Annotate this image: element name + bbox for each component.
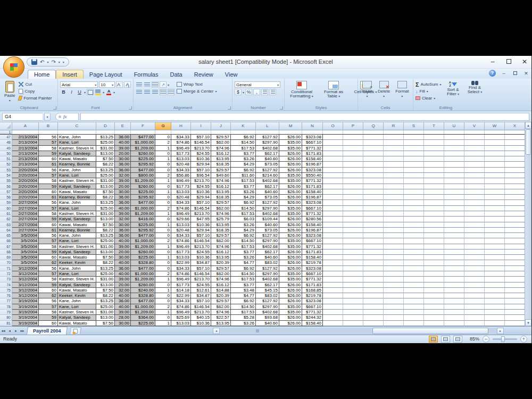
cell[interactable]: [404, 266, 424, 271]
cell[interactable]: $31.00: [96, 211, 115, 217]
cell[interactable]: [424, 222, 444, 228]
cell[interactable]: 2/27/2004: [12, 222, 39, 228]
column-header-O[interactable]: O: [323, 122, 343, 130]
cell[interactable]: [343, 184, 363, 189]
cell[interactable]: [256, 130, 279, 134]
cell[interactable]: [464, 168, 485, 173]
cell[interactable]: $20.48: [171, 195, 191, 200]
cell[interactable]: 59: [39, 151, 58, 156]
row-header-67[interactable]: 67: [0, 244, 12, 250]
cell[interactable]: $3.26: [231, 255, 256, 260]
cell[interactable]: $26.00: [279, 156, 302, 162]
cell[interactable]: [424, 162, 444, 167]
cell[interactable]: $6.92: [231, 233, 256, 238]
cell[interactable]: [323, 195, 343, 200]
cell[interactable]: $146.54: [191, 140, 211, 145]
cell[interactable]: [424, 304, 444, 310]
column-header-N[interactable]: N: [302, 122, 323, 130]
cell[interactable]: $1,209.00: [131, 310, 155, 315]
cell[interactable]: 20.00: [115, 250, 131, 255]
cell[interactable]: Kane, John: [58, 168, 96, 173]
cell[interactable]: $16.12: [211, 151, 231, 156]
cell[interactable]: $26.00: [279, 250, 302, 255]
cell[interactable]: $213.70: [191, 310, 211, 315]
cell[interactable]: [485, 206, 505, 211]
cell[interactable]: [343, 146, 363, 151]
cell[interactable]: [505, 266, 525, 271]
cell[interactable]: [363, 298, 384, 304]
minimize-button[interactable]: –: [489, 57, 496, 66]
cell[interactable]: $260.00: [131, 151, 155, 156]
cell[interactable]: [343, 250, 363, 255]
cell[interactable]: [384, 293, 404, 298]
cell[interactable]: [464, 135, 485, 140]
cell[interactable]: 58: [39, 310, 58, 315]
cell[interactable]: [323, 298, 343, 304]
cell[interactable]: [424, 250, 444, 255]
cell[interactable]: $34.33: [171, 266, 191, 271]
cell[interactable]: [363, 162, 384, 167]
cell[interactable]: 36.00: [115, 168, 131, 173]
cell[interactable]: $13.25: [96, 298, 115, 304]
cell[interactable]: [485, 250, 505, 255]
cell[interactable]: $13.25: [96, 135, 115, 140]
alignment-dialog-launcher[interactable]: [228, 106, 231, 110]
cell[interactable]: [384, 140, 404, 145]
cell[interactable]: [323, 277, 343, 282]
cell[interactable]: [404, 173, 424, 178]
cell[interactable]: [384, 271, 404, 277]
cell[interactable]: $328.80: [131, 260, 155, 265]
cell[interactable]: 58: [39, 178, 58, 184]
column-header-T[interactable]: T: [424, 122, 444, 130]
cell[interactable]: 32.00: [115, 217, 131, 222]
cell[interactable]: [384, 321, 404, 326]
column-header-M[interactable]: M: [279, 122, 302, 130]
cell[interactable]: $323.08: [302, 298, 323, 304]
cell[interactable]: 30.00: [115, 222, 131, 228]
cell[interactable]: $7.50: [96, 189, 115, 195]
column-header-J[interactable]: J: [211, 122, 231, 130]
decrease-decimal-icon[interactable]: [269, 89, 276, 95]
cell[interactable]: [323, 271, 343, 277]
cell[interactable]: [485, 321, 505, 326]
column-header-C[interactable]: C: [58, 122, 96, 130]
cell[interactable]: 1: [155, 244, 171, 250]
cell[interactable]: $127.92: [256, 200, 279, 205]
cell[interactable]: 36.00: [115, 162, 131, 167]
cell[interactable]: [444, 255, 464, 260]
cell[interactable]: $26.00: [279, 315, 302, 320]
cell[interactable]: 20.00: [115, 184, 131, 189]
italic-button[interactable]: I: [68, 89, 75, 95]
row-header-1[interactable]: 1: [0, 130, 12, 134]
cell[interactable]: [384, 211, 404, 217]
cell[interactable]: [505, 282, 525, 288]
cell[interactable]: [424, 298, 444, 304]
column-header-S[interactable]: S: [404, 122, 424, 130]
cell[interactable]: [363, 228, 384, 233]
cell[interactable]: [505, 173, 525, 178]
cell[interactable]: Kastner, Steven H.: [58, 146, 96, 151]
column-header-X[interactable]: X: [505, 122, 525, 130]
cell[interactable]: [191, 130, 211, 134]
cell[interactable]: [343, 293, 363, 298]
cell[interactable]: [384, 277, 404, 282]
cell[interactable]: 39.00: [115, 211, 131, 217]
cell[interactable]: $13.00: [96, 282, 115, 288]
cell[interactable]: $31.00: [96, 244, 115, 250]
cell[interactable]: 0: [155, 260, 171, 265]
cell[interactable]: 32.00: [115, 288, 131, 293]
cell[interactable]: [343, 211, 363, 217]
cell[interactable]: $40.60: [256, 222, 279, 228]
cell[interactable]: 62: [39, 260, 58, 265]
cell[interactable]: 2: [155, 238, 171, 244]
cell[interactable]: 2/20/2004: [12, 195, 39, 200]
cell[interactable]: [485, 162, 505, 167]
cell[interactable]: [384, 310, 404, 315]
cell[interactable]: $26.00: [279, 288, 302, 293]
cell[interactable]: $25.00: [96, 206, 115, 211]
cell[interactable]: [424, 217, 444, 222]
cell[interactable]: [505, 130, 525, 134]
cell[interactable]: [464, 293, 485, 298]
cell[interactable]: 0: [155, 282, 171, 288]
cell[interactable]: 30.00: [115, 189, 131, 195]
